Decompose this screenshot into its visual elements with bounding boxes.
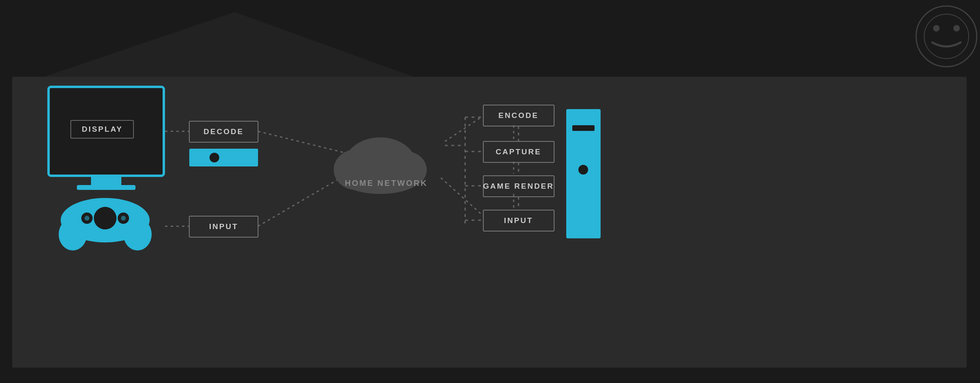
input-cloud-connector [258,174,348,226]
svg-point-10 [94,207,116,229]
decode-cloud-connector [258,131,348,154]
pc-power-button [578,165,588,175]
pc-drive-slot [572,125,595,131]
steam-link-device [189,149,258,166]
game-render-label: GAME RENDER [483,182,554,190]
server-input-label: INPUT [504,216,533,225]
cloud-label: HOME NETWORK [345,179,428,187]
client-input-label: INPUT [209,222,238,231]
display-label: DISPLAY [82,125,123,133]
svg-point-13 [85,216,89,221]
cloud-encode-connector [445,117,481,141]
svg-point-18 [340,162,421,194]
steam-link-button [210,153,219,162]
tv-stand-base [77,185,135,190]
encode-label: ENCODE [498,111,538,120]
tv-stand-neck [91,176,121,186]
capture-label: CAPTURE [496,147,542,156]
svg-point-14 [121,216,126,221]
controller-icon [59,198,152,250]
decode-label: DECODE [203,127,243,136]
cloud-input-connector [441,178,481,214]
